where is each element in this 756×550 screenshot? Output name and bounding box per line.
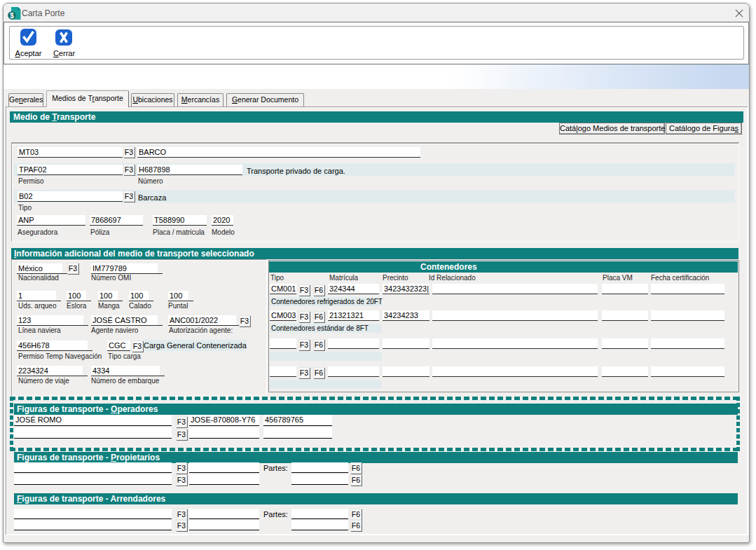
svg-text:$: $ bbox=[10, 12, 14, 20]
